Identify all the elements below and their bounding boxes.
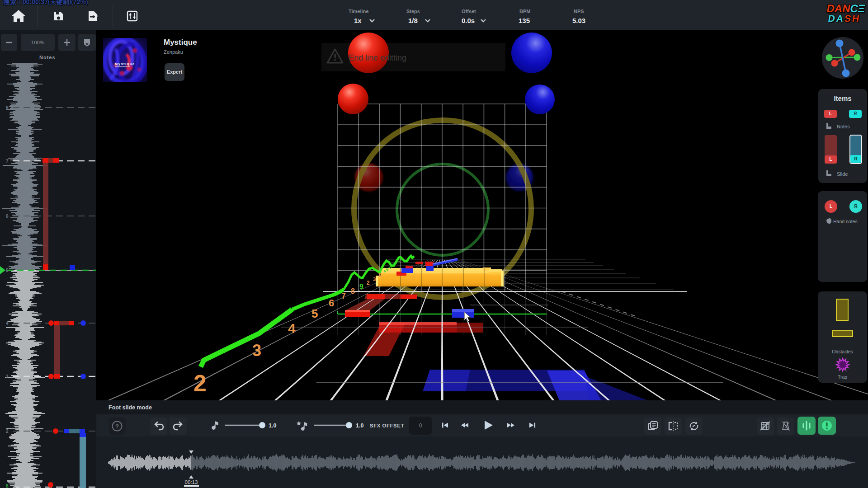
svg-text:2: 2 (367, 280, 370, 286)
svg-text:5: 5 (6, 268, 9, 273)
svg-text:3: 3 (6, 374, 9, 379)
svg-text:7: 7 (341, 291, 346, 300)
svg-text:3: 3 (373, 277, 376, 282)
svg-text:5: 5 (311, 307, 318, 320)
svg-text:9: 9 (359, 283, 363, 291)
svg-text:8: 8 (351, 287, 355, 295)
svg-text:End line editting: End line editting (349, 53, 406, 62)
svg-text:1.0: 1.0 (356, 422, 363, 429)
svg-text:4: 4 (6, 321, 9, 326)
svg-text:7: 7 (6, 159, 9, 164)
svg-text:2: 2 (193, 370, 207, 396)
svg-text:2: 2 (6, 429, 9, 434)
svg-text:4: 4 (288, 321, 296, 336)
svg-text:00:13: 00:13 (185, 479, 198, 485)
svg-text:8: 8 (6, 483, 9, 488)
svg-text:6: 6 (6, 214, 9, 219)
svg-text:8: 8 (6, 105, 9, 110)
svg-text:6: 6 (329, 297, 334, 309)
svg-text:Mystique: Mystique (115, 62, 135, 66)
svg-text:SFX OFFSET: SFX OFFSET (370, 423, 404, 428)
svg-text:1.0: 1.0 (269, 422, 276, 429)
svg-text:5: 5 (379, 273, 382, 278)
svg-text:3: 3 (252, 341, 261, 360)
svg-text:?: ? (115, 423, 119, 430)
